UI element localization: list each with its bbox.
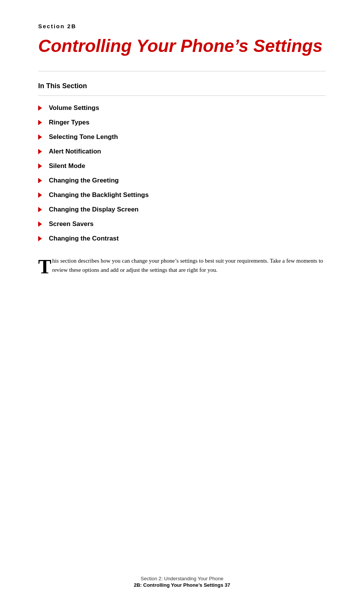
arrow-icon-ringer-types (38, 120, 42, 125)
intro-paragraph: This section describes how you can chang… (38, 256, 326, 275)
footer-line2: 2B: Controlling Your Phone’s Settings 37 (0, 582, 364, 588)
toc-item-volume-settings: Volume Settings (38, 104, 326, 112)
toc-label-volume-settings: Volume Settings (49, 104, 99, 112)
toc-label-silent-mode: Silent Mode (49, 162, 85, 170)
arrow-icon-selecting-tone-length (38, 134, 42, 140)
toc-item-changing-greeting: Changing the Greeting (38, 177, 326, 184)
in-this-section-heading: In This Section (38, 82, 326, 90)
footer-area: Section 2: Understanding Your Phone 2B: … (0, 576, 364, 588)
divider-top (38, 71, 326, 71)
arrow-icon-changing-backlight (38, 192, 42, 198)
toc-item-alert-notification: Alert Notification (38, 148, 326, 155)
toc-item-ringer-types: Ringer Types (38, 119, 326, 126)
toc-label-changing-contrast: Changing the Contrast (49, 235, 119, 242)
arrow-icon-changing-contrast (38, 236, 42, 241)
toc-label-ringer-types: Ringer Types (49, 119, 89, 126)
footer-line1: Section 2: Understanding Your Phone (0, 576, 364, 581)
divider-mid (38, 95, 326, 96)
section-label: Section 2B (38, 23, 326, 29)
toc-item-changing-contrast: Changing the Contrast (38, 235, 326, 242)
toc-item-changing-backlight: Changing the Backlight Settings (38, 191, 326, 199)
intro-text: his section describes how you can change… (52, 258, 323, 273)
drop-cap-T: T (38, 257, 52, 277)
page-container: Section 2B Controlling Your Phone’s Sett… (0, 0, 364, 607)
toc-item-changing-display: Changing the Display Screen (38, 206, 326, 213)
arrow-icon-changing-greeting (38, 178, 42, 183)
toc-label-changing-display: Changing the Display Screen (49, 206, 139, 213)
toc-label-selecting-tone-length: Selecting Tone Length (49, 133, 118, 141)
arrow-icon-silent-mode (38, 163, 42, 169)
arrow-icon-volume-settings (38, 105, 42, 111)
toc-label-alert-notification: Alert Notification (49, 148, 101, 155)
page-title: Controlling Your Phone’s Settings (38, 36, 326, 56)
toc-label-changing-greeting: Changing the Greeting (49, 177, 119, 184)
toc-list: Volume SettingsRinger TypesSelecting Ton… (38, 104, 326, 242)
arrow-icon-changing-display (38, 207, 42, 212)
toc-item-screen-savers: Screen Savers (38, 220, 326, 228)
arrow-icon-screen-savers (38, 221, 42, 227)
toc-label-screen-savers: Screen Savers (49, 220, 93, 228)
arrow-icon-alert-notification (38, 149, 42, 154)
toc-item-selecting-tone-length: Selecting Tone Length (38, 133, 326, 141)
toc-label-changing-backlight: Changing the Backlight Settings (49, 191, 149, 199)
toc-item-silent-mode: Silent Mode (38, 162, 326, 170)
